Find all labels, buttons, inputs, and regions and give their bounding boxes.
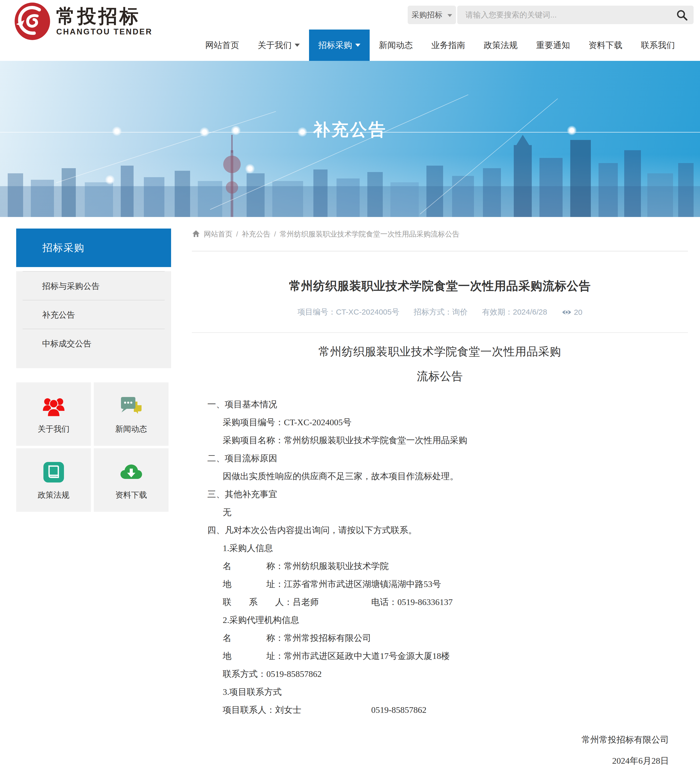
banner-glow-dot bbox=[245, 164, 255, 173]
tender-method: 招标方式：询价 bbox=[413, 307, 468, 317]
chevron-down-icon bbox=[295, 44, 300, 47]
sidebar-title: 招标采购 bbox=[16, 228, 171, 267]
search-bar: 采购招标 bbox=[408, 6, 693, 24]
nav-item-contact[interactable]: 联系我们 bbox=[632, 30, 684, 61]
doc-paragraph: 3.项目联系方式 bbox=[192, 683, 688, 701]
banner-glow-dot bbox=[105, 175, 115, 185]
nav-item-guide[interactable]: 业务指南 bbox=[422, 30, 475, 61]
tile-about-us[interactable]: 关于我们 bbox=[16, 382, 91, 446]
main-nav: 网站首页 关于我们 招标采购 新闻动态 业务指南 政策法规 重要通知 资料下载 … bbox=[196, 30, 684, 61]
page-title: 常州纺织服装职业技术学院食堂一次性用品采购流标公告 bbox=[192, 278, 688, 294]
breadcrumb: 网站首页 / 补充公告 / 常州纺织服装职业技术学院食堂一次性用品采购流标公告 bbox=[192, 229, 688, 239]
banner-title: 补充公告 bbox=[0, 118, 700, 141]
chevron-down-icon bbox=[355, 44, 360, 47]
doc-paragraph: 地 址：常州市武进区延政中大道17号金源大厦18楼 bbox=[192, 647, 688, 665]
project-number: 项目编号：CT-XC-2024005号 bbox=[297, 307, 400, 317]
home-icon bbox=[192, 230, 200, 238]
doc-paragraph: 因做出实质性响应的供应商不足三家，故本项目作流标处理。 bbox=[192, 467, 688, 485]
brand-name-en: CHANGTOU TENDER bbox=[56, 27, 153, 37]
doc-paragraph: 无 bbox=[192, 503, 688, 521]
breadcrumb-separator: / bbox=[236, 230, 238, 238]
sidebar-item-tender-announcements[interactable]: 招标与采购公告 bbox=[23, 271, 165, 300]
tile-label: 政策法规 bbox=[38, 490, 70, 500]
search-category-label: 采购招标 bbox=[412, 10, 442, 20]
signature-company: 常州常投招标有限公司 bbox=[192, 729, 669, 750]
brand-name: 常投招标 bbox=[56, 6, 153, 26]
tile-downloads[interactable]: 资料下载 bbox=[94, 448, 168, 512]
breadcrumb-separator: / bbox=[274, 230, 276, 238]
sidebar-item-award-announcements[interactable]: 中标成交公告 bbox=[23, 329, 165, 358]
main-area: 招标采购 招标与采购公告 补充公告 中标成交公告 bbox=[0, 217, 700, 771]
sidebar-menu: 招标与采购公告 补充公告 中标成交公告 bbox=[16, 271, 171, 368]
eye-icon bbox=[562, 307, 572, 317]
sidebar: 招标采购 招标与采购公告 补充公告 中标成交公告 bbox=[16, 217, 171, 771]
quick-links: 关于我们 新闻动态 bbox=[16, 382, 171, 512]
nav-item-home[interactable]: 网站首页 bbox=[196, 30, 248, 61]
view-count-value: 20 bbox=[574, 308, 582, 316]
validity-date: 有效期：2024/6/28 bbox=[482, 307, 547, 317]
doc-section-heading: 四、凡对本次公告内容提出询问，请按以下方式联系。 bbox=[192, 521, 688, 539]
doc-section-heading: 一、项目基本情况 bbox=[192, 395, 688, 413]
doc-paragraph: 名 称：常州纺织服装职业技术学院 bbox=[192, 557, 688, 575]
nav-item-news[interactable]: 新闻动态 bbox=[370, 30, 422, 61]
breadcrumb-home[interactable]: 网站首页 bbox=[204, 229, 232, 239]
sidebar-item-supplementary-announcements[interactable]: 补充公告 bbox=[23, 300, 165, 329]
doc-paragraph: 1.采购人信息 bbox=[192, 539, 688, 557]
doc-paragraph: 采购项目编号：CT-XC-2024005号 bbox=[192, 413, 688, 431]
doc-paragraph: 采购项目名称：常州纺织服装职业技术学院食堂一次性用品采购 bbox=[192, 431, 688, 450]
doc-paragraph: 项目联系人：刘女士 0519-85857862 bbox=[192, 701, 688, 719]
doc-paragraph: 联系方式：0519-85857862 bbox=[192, 665, 688, 683]
book-icon bbox=[42, 460, 66, 485]
hero-banner: 补充公告 bbox=[0, 61, 700, 217]
tile-label: 新闻动态 bbox=[115, 424, 147, 435]
search-category-select[interactable]: 采购招标 bbox=[408, 6, 456, 24]
chevron-down-icon bbox=[447, 14, 452, 17]
brand-logo[interactable]: 常投招标 CHANGTOU TENDER bbox=[14, 2, 153, 41]
nav-item-download[interactable]: 资料下载 bbox=[579, 30, 632, 61]
search-icon[interactable] bbox=[676, 9, 688, 21]
tile-policy[interactable]: 政策法规 bbox=[16, 448, 91, 512]
document-signature: 常州常投招标有限公司 2024年6月28日 bbox=[192, 729, 688, 771]
site-header: 常投招标 CHANGTOU TENDER 采购招标 网站首页 关于我们 招标采购… bbox=[0, 0, 700, 61]
doc-paragraph: 联 系 人：吕老师 电话：0519-86336137 bbox=[192, 593, 688, 611]
document-body: 一、项目基本情况 采购项目编号：CT-XC-2024005号 采购项目名称：常州… bbox=[192, 395, 688, 719]
tile-label: 资料下载 bbox=[115, 490, 147, 500]
content-area: 网站首页 / 补充公告 / 常州纺织服装职业技术学院食堂一次性用品采购流标公告 … bbox=[192, 217, 688, 771]
breadcrumb-divider bbox=[192, 251, 688, 251]
doc-section-heading: 二、项目流标原因 bbox=[192, 450, 688, 467]
chat-icon bbox=[119, 394, 143, 418]
document-title: 常州纺织服装职业技术学院食堂一次性用品采购 流标公告 bbox=[192, 340, 688, 389]
doc-paragraph: 名 称：常州常投招标有限公司 bbox=[192, 629, 688, 647]
announcement-document: 常州纺织服装职业技术学院食堂一次性用品采购 流标公告 一、项目基本情况 采购项目… bbox=[192, 340, 688, 771]
view-count: 20 bbox=[562, 307, 582, 317]
tile-label: 关于我们 bbox=[38, 424, 70, 435]
breadcrumb-current: 常州纺织服装职业技术学院食堂一次性用品采购流标公告 bbox=[280, 229, 460, 239]
tile-news[interactable]: 新闻动态 bbox=[94, 382, 168, 446]
cloud-download-icon bbox=[119, 460, 143, 485]
people-icon bbox=[42, 394, 66, 418]
breadcrumb-category[interactable]: 补充公告 bbox=[242, 229, 270, 239]
doc-paragraph: 地 址：江苏省常州市武进区湖塘镇滆湖中路53号 bbox=[192, 575, 688, 593]
brand-logo-icon bbox=[14, 2, 51, 41]
article-meta: 项目编号：CT-XC-2024005号 招标方式：询价 有效期：2024/6/2… bbox=[192, 307, 688, 317]
signature-date: 2024年6月28日 bbox=[192, 750, 669, 771]
search-input[interactable] bbox=[457, 6, 693, 24]
nav-item-tender[interactable]: 招标采购 bbox=[309, 30, 370, 61]
doc-section-heading: 三、其他补充事宜 bbox=[192, 485, 688, 503]
doc-paragraph: 2.采购代理机构信息 bbox=[192, 611, 688, 629]
nav-item-notice[interactable]: 重要通知 bbox=[527, 30, 579, 61]
nav-item-about[interactable]: 关于我们 bbox=[248, 30, 309, 61]
meta-divider bbox=[192, 332, 688, 333]
nav-item-policy[interactable]: 政策法规 bbox=[475, 30, 527, 61]
